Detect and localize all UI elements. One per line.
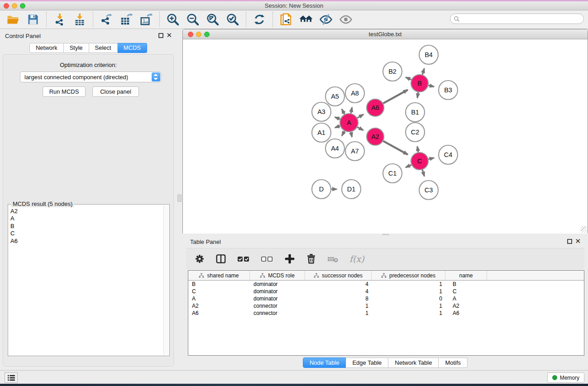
graph-edge-A-A2[interactable] xyxy=(358,127,363,130)
search-input[interactable] xyxy=(450,14,584,24)
graph-edge-A-A3[interactable] xyxy=(335,117,340,119)
network-from-file-button[interactable] xyxy=(278,12,294,27)
tab-network-table[interactable]: Network Table xyxy=(388,357,439,368)
cell-successor-nodes: 1 xyxy=(305,310,372,316)
graph-node-label: C2 xyxy=(411,129,420,136)
graph-edge-C-C3[interactable] xyxy=(422,170,424,176)
import-table-button[interactable] xyxy=(72,12,87,27)
close-table-panel-icon[interactable]: ✕ xyxy=(575,238,581,243)
column-header-successor-nodes[interactable]: successor nodes xyxy=(305,271,372,280)
close-network-button[interactable] xyxy=(188,32,193,37)
zoom-selected-button[interactable] xyxy=(225,12,240,27)
column-type-icon xyxy=(381,273,387,278)
graph-node-label: A3 xyxy=(317,108,325,115)
graph-node-label: B2 xyxy=(388,68,397,75)
list-icon xyxy=(7,374,15,381)
graph-edge-A-A7[interactable] xyxy=(351,132,352,137)
function-builder-button[interactable]: f(x) xyxy=(349,254,364,264)
close-panel-icon[interactable]: ✕ xyxy=(166,33,172,38)
select-all-button[interactable] xyxy=(237,252,250,266)
memory-button[interactable]: Memory xyxy=(547,372,584,383)
tab-network[interactable]: Network xyxy=(29,43,64,53)
minimize-network-button[interactable] xyxy=(196,32,201,37)
open-session-button[interactable] xyxy=(5,12,21,27)
close-window-button[interactable] xyxy=(4,3,9,9)
import-table-icon xyxy=(73,13,86,26)
table-row[interactable]: A6connector11A6 xyxy=(188,310,584,317)
graph-edge-C-C2[interactable] xyxy=(417,147,418,152)
show-graphics-details-button[interactable] xyxy=(338,12,354,27)
show-columns-button[interactable] xyxy=(215,253,227,265)
deselect-all-button[interactable] xyxy=(260,252,274,266)
graph-edge-A-A5[interactable] xyxy=(342,109,344,114)
graph-edge-B-B4[interactable] xyxy=(422,68,424,74)
table-settings-button[interactable] xyxy=(194,253,205,264)
result-scrollbar[interactable] xyxy=(163,205,169,355)
column-header-name[interactable]: name xyxy=(445,271,487,280)
export-table-button[interactable] xyxy=(119,12,134,27)
window-resize-grip[interactable] xyxy=(581,226,587,233)
graph-edge-A2-C[interactable] xyxy=(383,141,408,155)
run-mcds-button[interactable]: Run MCDS xyxy=(43,86,86,97)
panel-divider-grip[interactable] xyxy=(177,195,182,202)
graph-edge-B-B3[interactable] xyxy=(428,86,434,87)
add-column-button[interactable] xyxy=(284,253,296,265)
tab-motifs[interactable]: Motifs xyxy=(439,357,468,368)
graph-edge-A-A4[interactable] xyxy=(342,131,344,135)
criterion-dropdown-value: largest connected component (directed) xyxy=(24,74,128,81)
graph-edge-B-B1[interactable] xyxy=(417,92,418,98)
graph-edge-A-A6[interactable] xyxy=(357,114,363,118)
table-row[interactable]: Bdominator41B xyxy=(188,281,584,288)
refresh-button[interactable] xyxy=(252,12,267,27)
network-canvas[interactable]: B4B2BB3A5A8A6A3B1AA1C2A2A4A7C4CC1C3DD1 xyxy=(183,40,588,234)
table-row[interactable]: Cdominator41C xyxy=(188,288,584,295)
control-panel-title: Control Panel xyxy=(5,33,41,39)
zoom-network-button[interactable] xyxy=(204,32,210,37)
graph-edge-A-A1[interactable] xyxy=(335,126,340,128)
result-item[interactable]: A xyxy=(9,215,163,222)
graph-node-label: A1 xyxy=(317,129,325,136)
node-table: shared nameMCDS rolesuccessor nodesprede… xyxy=(188,270,584,356)
export-image-button[interactable] xyxy=(139,12,154,27)
tab-edge-table[interactable]: Edge Table xyxy=(346,357,388,368)
desktop-background-bottom xyxy=(0,384,588,386)
zoom-out-button[interactable] xyxy=(185,12,201,27)
home-button[interactable] xyxy=(298,12,314,27)
tab-select[interactable]: Select xyxy=(89,43,118,53)
result-item[interactable]: C xyxy=(9,230,163,237)
tab-node-table[interactable]: Node Table xyxy=(303,357,346,368)
tab-style[interactable]: Style xyxy=(64,43,89,53)
zoom-in-button[interactable] xyxy=(165,12,181,27)
graph-edge-C-C4[interactable] xyxy=(429,158,434,159)
zoom-window-button[interactable] xyxy=(20,3,25,9)
mcds-result-list: A2ABCA6 xyxy=(9,208,163,245)
hide-graphics-details-button[interactable] xyxy=(318,12,334,27)
result-item[interactable]: A2 xyxy=(9,208,163,215)
delete-column-button[interactable] xyxy=(306,253,317,264)
save-session-button[interactable] xyxy=(25,12,41,27)
network-view-window: testGlobe.txt B4B2BB3A5A8A6A3B1AA1C2A2A4… xyxy=(182,29,588,234)
column-header-MCDS-role[interactable]: MCDS role xyxy=(250,271,305,280)
graph-edge-A-A8[interactable] xyxy=(351,107,352,113)
graph-node-label: B xyxy=(417,80,422,87)
close-panel-button[interactable]: Close panel xyxy=(92,86,139,97)
column-header-predecessor-nodes[interactable]: predecessor nodes xyxy=(372,271,445,280)
table-row[interactable]: A2connector11A2 xyxy=(188,302,584,310)
graph-edge-B-B2[interactable] xyxy=(406,77,411,80)
zoom-fit-button[interactable] xyxy=(205,12,220,27)
export-network-button[interactable] xyxy=(99,12,114,27)
float-panel-icon[interactable] xyxy=(158,33,163,38)
import-network-button[interactable] xyxy=(52,12,67,27)
delete-table-button[interactable] xyxy=(327,253,339,265)
graph-edge-C-C1[interactable] xyxy=(406,165,411,167)
criterion-dropdown[interactable]: largest connected component (directed) xyxy=(20,71,161,82)
float-table-panel-icon[interactable] xyxy=(567,239,572,244)
column-header-shared-name[interactable]: shared name xyxy=(188,271,250,280)
result-item[interactable]: A6 xyxy=(9,238,163,245)
result-item[interactable]: B xyxy=(9,223,163,230)
graph-edge-A6-B[interactable] xyxy=(383,90,408,103)
tab-mcds[interactable]: MCDS xyxy=(118,43,147,53)
task-history-button[interactable] xyxy=(5,372,18,383)
table-row[interactable]: Adominator80A xyxy=(188,295,584,302)
minimize-window-button[interactable] xyxy=(12,3,17,9)
